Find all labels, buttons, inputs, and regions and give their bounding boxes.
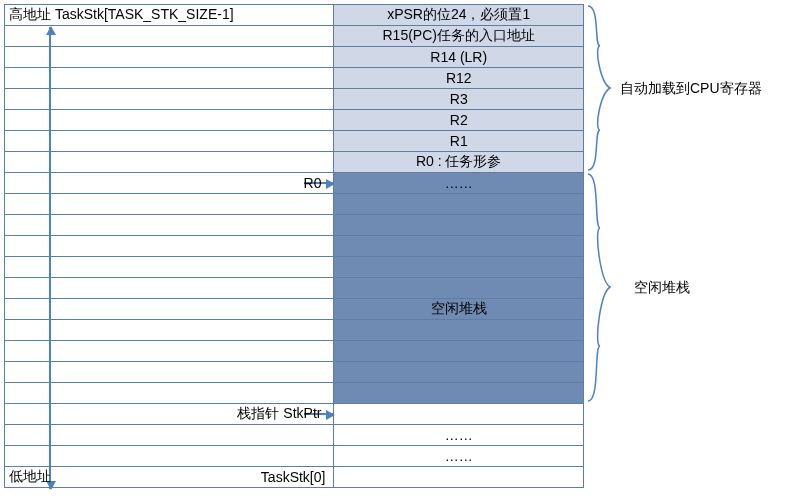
table-row [5, 320, 583, 341]
table-row [5, 383, 583, 404]
table-row [5, 236, 583, 257]
row-bottom: 低地址 TaskStk[0] [5, 467, 583, 488]
free-stack-dots: …… [334, 173, 583, 193]
table-row: …… [5, 425, 583, 446]
table-row [5, 215, 583, 236]
low-addr-label: 低地址 [9, 468, 51, 486]
reg-r3: R3 [334, 89, 583, 109]
table-row [5, 362, 583, 383]
brace-free-stack [586, 172, 616, 403]
brace-auto-load [586, 4, 616, 172]
reg-r12: R12 [334, 68, 583, 88]
diagram: 高地址 TaskStk[TASK_STK_SIZE-1] xPSR的位24，必须… [4, 4, 808, 497]
row-r0: R0 …… [5, 173, 583, 194]
reg-r1: R1 [334, 131, 583, 151]
table-row [5, 341, 583, 362]
table-row: R1 [5, 131, 583, 152]
table-row [5, 194, 583, 215]
annotation-auto-load: 自动加载到CPU寄存器 [620, 80, 762, 98]
left-stkptr-label: 栈指针 StkPtr [5, 404, 334, 424]
table-row: R0 : 任务形参 [5, 152, 583, 173]
table-row [5, 257, 583, 278]
table-row: R15(PC)任务的入口地址 [5, 26, 583, 47]
high-addr-label: 高地址 TaskStk[TASK_STK_SIZE-1] [5, 5, 334, 25]
stack-table: 高地址 TaskStk[TASK_STK_SIZE-1] xPSR的位24，必须… [4, 4, 584, 488]
free-stack-label-cell: 空闲堆栈 [334, 299, 583, 319]
table-row [5, 278, 583, 299]
table-row: R2 [5, 110, 583, 131]
table-row: R14 (LR) [5, 47, 583, 68]
row-top: 高地址 TaskStk[TASK_STK_SIZE-1] xPSR的位24，必须… [5, 5, 583, 26]
reg-xpsr: xPSR的位24，必须置1 [334, 5, 583, 25]
row-free-stack-label: 空闲堆栈 [5, 299, 583, 320]
reg-r2: R2 [334, 110, 583, 130]
dots-cell: …… [334, 425, 583, 445]
annotation-free-stack: 空闲堆栈 [634, 279, 690, 297]
taskstk0-label: TaskStk[0] [261, 469, 326, 485]
reg-r15: R15(PC)任务的入口地址 [334, 26, 583, 46]
row-stkptr: 栈指针 StkPtr [5, 404, 583, 425]
reg-r14: R14 (LR) [334, 47, 583, 67]
table-row: …… [5, 446, 583, 467]
reg-r0: R0 : 任务形参 [334, 152, 583, 172]
table-row: R3 [5, 89, 583, 110]
left-r0-label: R0 [5, 173, 334, 193]
table-row: R12 [5, 68, 583, 89]
dots-cell: …… [334, 446, 583, 466]
